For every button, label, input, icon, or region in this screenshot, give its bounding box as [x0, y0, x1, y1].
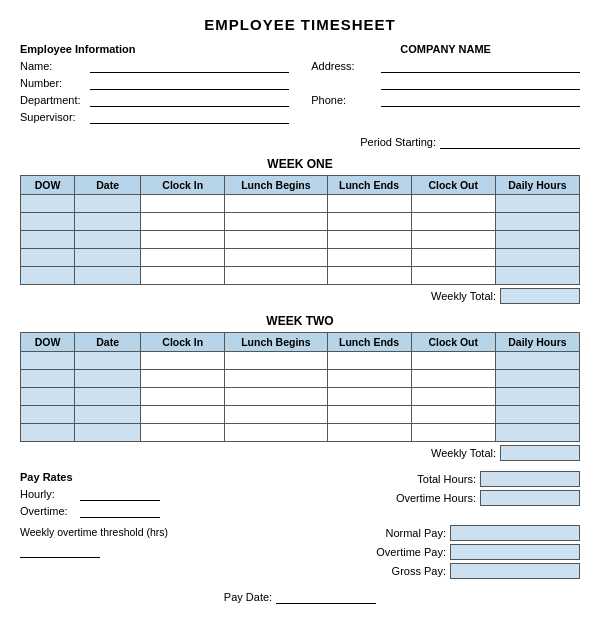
week-two-section: WEEK TWO DOW Date Clock In Lunch Begins … — [20, 314, 580, 461]
table-row — [21, 267, 580, 285]
employee-info-label: Employee Information — [20, 43, 289, 55]
week-two-total-row: Weekly Total: — [20, 445, 580, 461]
weekly-overtime-label: Weekly overtime threshold (hrs) — [20, 526, 272, 540]
overtime-pay-label: Overtime Pay: — [356, 546, 446, 558]
department-field: Department: — [20, 93, 289, 107]
th-lunchbegins-1: Lunch Begins — [225, 176, 327, 195]
address-line2[interactable] — [381, 76, 580, 90]
table-row — [21, 406, 580, 424]
number-field: Number: — [20, 76, 289, 90]
th-dow-1: DOW — [21, 176, 75, 195]
week-one-table: DOW Date Clock In Lunch Begins Lunch End… — [20, 175, 580, 285]
info-section: Employee Information Name: Number: Depar… — [20, 43, 580, 127]
week-one-total-label: Weekly Total: — [431, 290, 496, 302]
pay-date-row: Pay Date: — [20, 590, 580, 604]
info-right: COMPANY NAME Address: Phone: — [311, 43, 580, 127]
address-label: Address: — [311, 60, 381, 72]
department-label: Department: — [20, 94, 90, 106]
pay-rates-section: Pay Rates Hourly: Overtime: Weekly overt… — [20, 471, 272, 582]
table-row — [21, 231, 580, 249]
overtime-pay-box[interactable] — [450, 544, 580, 560]
number-label: Number: — [20, 77, 90, 89]
overtime-field: Overtime: — [20, 504, 272, 518]
number-line[interactable] — [90, 76, 289, 90]
table-row — [21, 388, 580, 406]
th-dow-2: DOW — [21, 333, 75, 352]
supervisor-label: Supervisor: — [20, 111, 90, 123]
total-hours-row: Total Hours: — [366, 471, 580, 487]
totals-right-section: Total Hours: Overtime Hours: Normal Pay:… — [300, 471, 580, 582]
pay-section: Normal Pay: Overtime Pay: Gross Pay: — [300, 525, 580, 582]
department-line[interactable] — [90, 93, 289, 107]
normal-pay-box[interactable] — [450, 525, 580, 541]
th-dailyhours-1: Daily Hours — [495, 176, 579, 195]
week-two-total-label: Weekly Total: — [431, 447, 496, 459]
week-one-section: WEEK ONE DOW Date Clock In Lunch Begins … — [20, 157, 580, 304]
name-line[interactable] — [90, 59, 289, 73]
period-label: Period Starting: — [336, 136, 436, 148]
gross-pay-label: Gross Pay: — [356, 565, 446, 577]
table-row — [21, 370, 580, 388]
th-clockin-2: Clock In — [141, 333, 225, 352]
weekly-overtime-section: Weekly overtime threshold (hrs) — [20, 526, 272, 560]
hourly-label: Hourly: — [20, 488, 80, 500]
phone-label: Phone: — [311, 94, 381, 106]
address-field: Address: — [311, 59, 580, 73]
pay-date-line[interactable] — [276, 590, 376, 604]
gross-pay-row: Gross Pay: — [300, 563, 580, 579]
normal-pay-label: Normal Pay: — [356, 527, 446, 539]
th-lunchbegins-2: Lunch Begins — [225, 333, 327, 352]
th-lunchends-1: Lunch Ends — [327, 176, 411, 195]
th-clockout-2: Clock Out — [411, 333, 495, 352]
overtime-hours-label: Overtime Hours: — [366, 492, 476, 504]
th-clockout-1: Clock Out — [411, 176, 495, 195]
phone-field: Phone: — [311, 93, 580, 107]
week-one-total-box[interactable] — [500, 288, 580, 304]
phone-line[interactable] — [381, 93, 580, 107]
overtime-line[interactable] — [80, 504, 160, 518]
weekly-overtime-line[interactable] — [20, 544, 100, 558]
week-two-table: DOW Date Clock In Lunch Begins Lunch End… — [20, 332, 580, 442]
bottom-section: Pay Rates Hourly: Overtime: Weekly overt… — [20, 471, 580, 582]
th-date-1: Date — [75, 176, 141, 195]
period-starting-row: Period Starting: — [20, 135, 580, 149]
table-row — [21, 213, 580, 231]
overtime-hours-box[interactable] — [480, 490, 580, 506]
total-hours-label: Total Hours: — [366, 473, 476, 485]
name-label: Name: — [20, 60, 90, 72]
week-two-title: WEEK TWO — [20, 314, 580, 328]
company-name-label: COMPANY NAME — [311, 43, 580, 55]
overtime-hours-row: Overtime Hours: — [366, 490, 580, 506]
supervisor-line[interactable] — [90, 110, 289, 124]
overtime-label: Overtime: — [20, 505, 80, 517]
info-left: Employee Information Name: Number: Depar… — [20, 43, 289, 127]
table-row — [21, 424, 580, 442]
page-title: EMPLOYEE TIMESHEET — [20, 16, 580, 33]
th-dailyhours-2: Daily Hours — [495, 333, 579, 352]
th-clockin-1: Clock In — [141, 176, 225, 195]
pay-date-label: Pay Date: — [224, 591, 272, 603]
gross-pay-box[interactable] — [450, 563, 580, 579]
hourly-line[interactable] — [80, 487, 160, 501]
pay-rates-label: Pay Rates — [20, 471, 272, 483]
th-date-2: Date — [75, 333, 141, 352]
week-two-total-box[interactable] — [500, 445, 580, 461]
name-field: Name: — [20, 59, 289, 73]
supervisor-field: Supervisor: — [20, 110, 289, 124]
hourly-field: Hourly: — [20, 487, 272, 501]
normal-pay-row: Normal Pay: — [300, 525, 580, 541]
week-one-title: WEEK ONE — [20, 157, 580, 171]
overtime-pay-row: Overtime Pay: — [300, 544, 580, 560]
th-lunchends-2: Lunch Ends — [327, 333, 411, 352]
total-hours-box[interactable] — [480, 471, 580, 487]
table-row — [21, 195, 580, 213]
table-row — [21, 352, 580, 370]
address-line1[interactable] — [381, 59, 580, 73]
address-field2 — [311, 76, 580, 90]
week-one-total-row: Weekly Total: — [20, 288, 580, 304]
table-row — [21, 249, 580, 267]
period-line[interactable] — [440, 135, 580, 149]
